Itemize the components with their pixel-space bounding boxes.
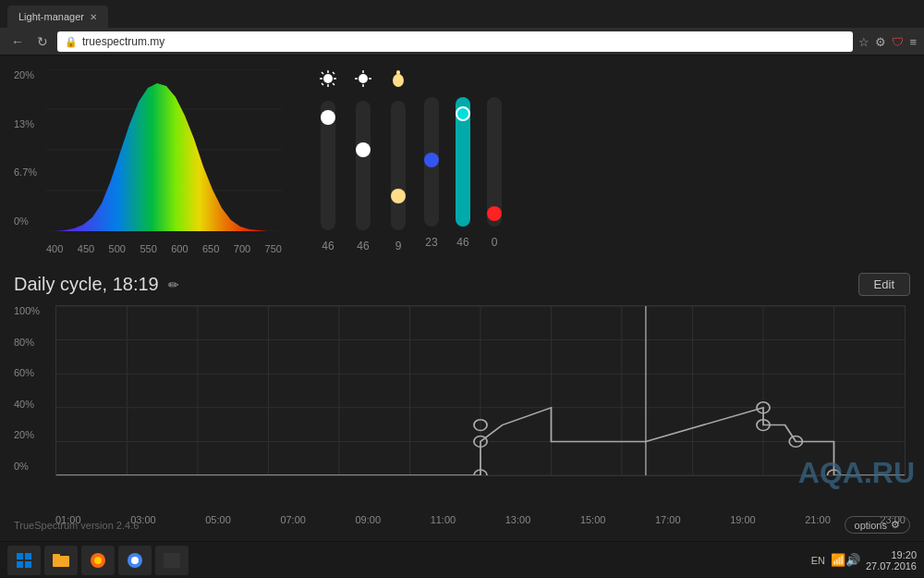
x-400: 400 bbox=[46, 243, 63, 254]
sliders-section: 46 46 9 bbox=[319, 65, 502, 268]
options-button[interactable]: options ⚙ bbox=[845, 516, 910, 534]
svg-line-10 bbox=[322, 72, 323, 74]
slider-track-blue[interactable] bbox=[424, 97, 439, 227]
slider-value-red: 0 bbox=[492, 236, 498, 249]
settings-icon[interactable]: ⚙ bbox=[875, 35, 886, 49]
timeline-svg bbox=[56, 306, 905, 475]
slider-thumb-white1[interactable] bbox=[321, 110, 335, 125]
svg-point-5 bbox=[323, 74, 333, 83]
daily-cycle-header: Daily cycle, 18:19 ✏ Edit bbox=[14, 273, 910, 296]
spectrum-svg bbox=[46, 69, 282, 231]
options-label: options bbox=[855, 520, 887, 531]
cycle-title: Daily cycle, 18:19 bbox=[14, 274, 159, 295]
svg-point-19 bbox=[393, 74, 404, 87]
slider-thumb-white2[interactable] bbox=[356, 142, 371, 157]
timeline-chart bbox=[55, 305, 906, 476]
clock-time: 19:20 bbox=[891, 549, 917, 560]
slider-thumb-red[interactable] bbox=[487, 206, 502, 221]
x-600: 600 bbox=[171, 243, 188, 254]
tab-bar: Light-manager ✕ bbox=[0, 0, 924, 28]
slider-track-white1[interactable] bbox=[321, 101, 335, 230]
file-manager-button[interactable] bbox=[44, 546, 78, 575]
svg-rect-20 bbox=[396, 70, 400, 75]
spectrum-x-labels: 400 450 500 550 600 650 700 750 bbox=[46, 243, 282, 254]
x-700: 700 bbox=[234, 243, 250, 254]
timeline-y-labels: 100% 80% 60% 40% 20% 0% bbox=[14, 305, 40, 476]
y-40: 40% bbox=[14, 399, 40, 410]
slider-thumb-cyan[interactable] bbox=[456, 106, 470, 121]
edit-button[interactable]: Edit bbox=[858, 273, 910, 296]
start-button[interactable] bbox=[7, 546, 41, 575]
slider-track-warm[interactable] bbox=[391, 101, 406, 230]
svg-point-55 bbox=[131, 557, 139, 564]
explorer-button[interactable] bbox=[155, 546, 188, 575]
system-tray: EN 📶🔊 19:20 27.07.2016 bbox=[811, 549, 917, 572]
options-gear-icon: ⚙ bbox=[891, 519, 900, 531]
clock-date: 27.07.2016 bbox=[866, 560, 917, 572]
spectrum-chart: 20% 13% 6.7% 0% bbox=[14, 65, 291, 259]
svg-point-14 bbox=[359, 74, 368, 83]
slider-track-white2[interactable] bbox=[356, 101, 371, 230]
timeline-container: 100% 80% 60% 40% 20% 0% bbox=[14, 305, 910, 509]
slider-value-warm: 9 bbox=[395, 240, 402, 252]
svg-rect-49 bbox=[25, 561, 31, 568]
slider-blue: 23 bbox=[424, 69, 439, 249]
y-label-6: 6.7% bbox=[14, 166, 37, 178]
slider-value-white1: 46 bbox=[322, 240, 334, 252]
slider-value-white2: 46 bbox=[357, 240, 369, 252]
x-750: 750 bbox=[265, 243, 282, 254]
top-section: 20% 13% 6.7% 0% bbox=[0, 55, 924, 268]
y-label-0: 0% bbox=[14, 215, 37, 227]
lang-label: EN bbox=[811, 555, 825, 566]
daily-cycle-section: Daily cycle, 18:19 ✏ Edit 100% 80% 60% 4… bbox=[0, 268, 924, 509]
svg-rect-47 bbox=[25, 553, 31, 560]
svg-point-53 bbox=[94, 557, 102, 564]
sunlight2-icon bbox=[354, 69, 372, 92]
slider-thumb-blue[interactable] bbox=[424, 153, 439, 167]
svg-rect-56 bbox=[164, 553, 180, 568]
slider-value-blue: 23 bbox=[425, 236, 437, 249]
svg-rect-46 bbox=[17, 553, 23, 560]
slider-warm: 9 bbox=[389, 69, 407, 252]
slider-white1: 46 bbox=[319, 69, 337, 252]
menu-icon[interactable]: ≡ bbox=[909, 35, 917, 49]
browser-chrome: Light-manager ✕ ← ↻ 🔒 truespectrum.my ☆ … bbox=[0, 0, 924, 55]
version-text: TrueSpectrum version 2.4.6 bbox=[14, 520, 139, 531]
watermark: AQA.RU bbox=[798, 456, 915, 490]
y-20: 20% bbox=[14, 429, 40, 440]
browser-tab[interactable]: Light-manager ✕ bbox=[7, 6, 108, 28]
tab-close-btn[interactable]: ✕ bbox=[90, 12, 97, 22]
browser-icons: ☆ ⚙ 🛡 ≡ bbox=[858, 35, 917, 49]
svg-rect-51 bbox=[53, 554, 60, 558]
svg-line-13 bbox=[322, 83, 323, 85]
y-100: 100% bbox=[14, 305, 40, 316]
slider-track-red[interactable] bbox=[487, 97, 502, 227]
warm-icon bbox=[389, 69, 407, 92]
clock-block: 19:20 27.07.2016 bbox=[866, 549, 917, 572]
svg-line-11 bbox=[333, 83, 334, 85]
sunlight-icon bbox=[319, 69, 337, 92]
svg-line-12 bbox=[333, 72, 334, 74]
pencil-icon[interactable]: ✏ bbox=[168, 277, 179, 292]
firefox-button[interactable] bbox=[81, 546, 115, 575]
slider-red: 0 bbox=[487, 69, 502, 249]
slider-track-cyan[interactable] bbox=[456, 97, 470, 227]
star-icon[interactable]: ☆ bbox=[858, 35, 869, 49]
x-650: 650 bbox=[202, 243, 219, 254]
x-450: 450 bbox=[78, 243, 94, 254]
slider-thumb-warm[interactable] bbox=[391, 189, 406, 203]
refresh-button[interactable]: ↻ bbox=[33, 32, 52, 51]
y-60: 60% bbox=[14, 367, 40, 378]
extension-icon[interactable]: 🛡 bbox=[892, 35, 904, 49]
taskbar: EN 📶🔊 19:20 27.07.2016 bbox=[0, 541, 924, 578]
url-text: truespectrum.my bbox=[82, 35, 164, 48]
address-bar[interactable]: 🔒 truespectrum.my bbox=[57, 31, 853, 52]
chrome-button[interactable] bbox=[118, 546, 152, 575]
y-0: 0% bbox=[14, 461, 40, 472]
main-content: 20% 13% 6.7% 0% bbox=[0, 55, 924, 541]
bottom-bar: TrueSpectrum version 2.4.6 options ⚙ bbox=[0, 511, 924, 538]
slider-value-cyan: 46 bbox=[456, 236, 468, 249]
y-80: 80% bbox=[14, 337, 40, 348]
svg-rect-48 bbox=[17, 561, 23, 568]
back-button[interactable]: ← bbox=[7, 32, 28, 51]
